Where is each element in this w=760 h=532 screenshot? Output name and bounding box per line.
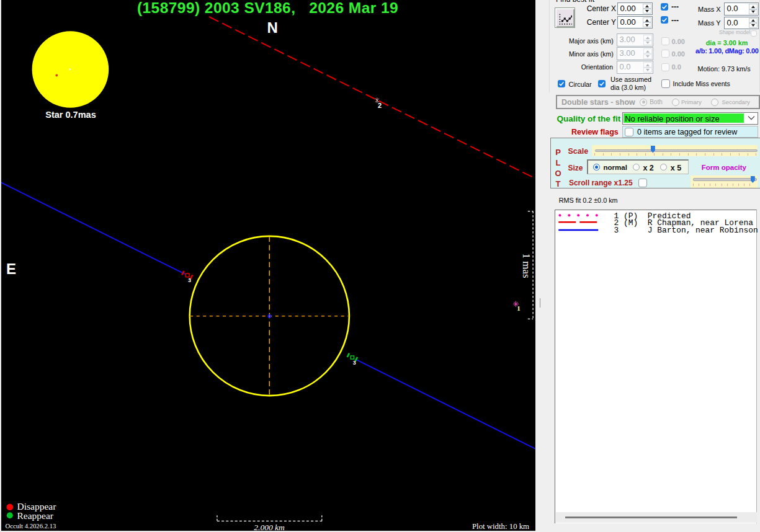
svg-text:2: 2 (378, 102, 382, 109)
svg-text:3: 3 (353, 360, 356, 366)
svg-text:3: 3 (188, 277, 191, 283)
svg-text:1: 1 (517, 304, 521, 312)
svg-text:1 mas: 1 mas (521, 253, 532, 278)
